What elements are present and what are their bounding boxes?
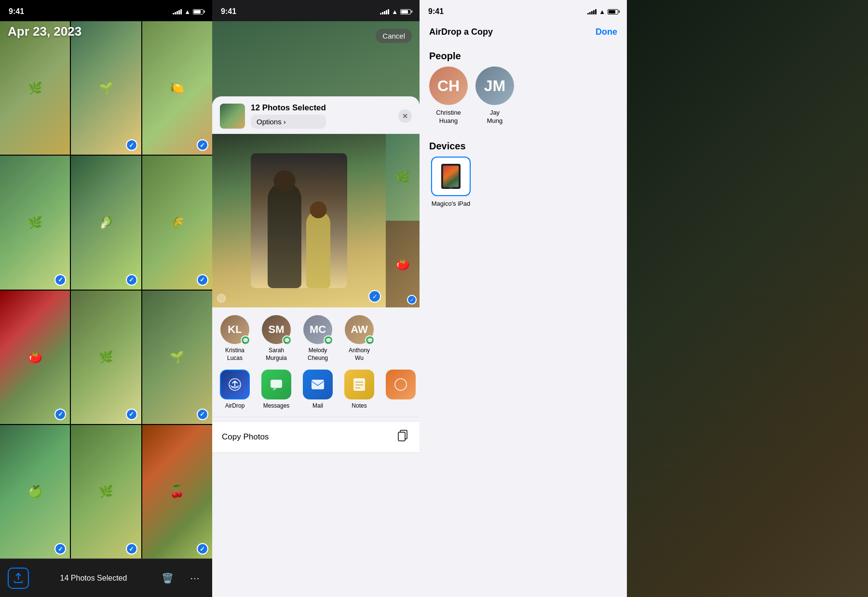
copy-icon — [397, 429, 410, 445]
preview-side-top: 🌿 — [386, 134, 420, 221]
more-button[interactable]: ⋯ — [185, 569, 204, 588]
contact-avatar-anthony: AW 💬 — [345, 315, 374, 344]
status-icons-3: ▲ — [587, 8, 618, 15]
grid-cell-9[interactable]: 🌱 ✓ — [142, 291, 212, 424]
check-badge-12: ✓ — [197, 543, 208, 555]
share-sheet: 12 Photos Selected Options › ✕ — [212, 96, 420, 597]
grid-cell-7[interactable]: 🍅 ✓ — [0, 291, 70, 424]
status-bar-1: 9:41 ▲ — [0, 0, 212, 21]
battery-icon-3 — [608, 9, 618, 14]
contact-melody[interactable]: MC 💬 MelodyCheung — [301, 315, 335, 362]
check-badge-8: ✓ — [126, 409, 137, 420]
share-header: 12 Photos Selected Options › ✕ — [212, 96, 420, 134]
check-badge-6: ✓ — [197, 274, 208, 286]
person-jay[interactable]: JM JayMung — [475, 66, 514, 125]
grid-cell-6[interactable]: 🌾 ✓ — [142, 156, 212, 289]
contact-sarah[interactable]: SM 💬 SarahMurguia — [259, 315, 293, 362]
signal-icon-2 — [380, 9, 389, 14]
contact-name-sarah: SarahMurguia — [266, 347, 286, 362]
device-name-ipad: Magico's iPad — [432, 200, 471, 208]
battery-icon-1 — [193, 9, 203, 14]
contact-kristina[interactable]: KL 💬 KristinaLucas — [218, 315, 252, 362]
grid-cell-12[interactable]: 🍒 ✓ — [142, 425, 212, 558]
check-badge-5: ✓ — [126, 274, 137, 286]
panel-spacer — [627, 0, 868, 597]
mail-label: Mail — [312, 402, 323, 409]
preview-checkmark: ✓ — [368, 290, 381, 303]
share-button[interactable] — [8, 568, 29, 589]
share-header-info: 12 Photos Selected Options › — [251, 103, 326, 129]
message-badge-anthony: 💬 — [365, 335, 375, 345]
check-badge-11: ✓ — [126, 543, 137, 555]
app-airdrop[interactable]: AirDrop — [218, 370, 252, 409]
contact-anthony[interactable]: AW 💬 AnthonyWu — [342, 315, 376, 362]
message-badge-kristina: 💬 — [241, 335, 250, 345]
close-button[interactable]: ✕ — [398, 109, 412, 123]
app-more[interactable] — [384, 370, 418, 409]
people-grid: CH ChristineHuang JM JayMung — [420, 66, 627, 133]
contact-name-anthony: AnthonyWu — [349, 347, 370, 362]
notes-label: Notes — [352, 402, 366, 409]
grid-cell-8[interactable]: 🌿 ✓ — [71, 291, 141, 424]
done-button[interactable]: Done — [596, 27, 617, 37]
svg-rect-9 — [398, 432, 405, 441]
device-ipad[interactable]: Magico's iPad — [429, 157, 473, 208]
contacts-row: KL 💬 KristinaLucas SM 💬 SarahMurguia MC … — [212, 307, 420, 366]
signal-icon-1 — [173, 9, 182, 14]
preview-main-photo: ✓ — [212, 134, 386, 307]
copy-photos-row[interactable]: Copy Photos — [212, 421, 420, 453]
check-badge-7: ✓ — [54, 409, 66, 420]
airdrop-label: AirDrop — [225, 402, 245, 409]
app-messages[interactable]: Messages — [259, 370, 293, 409]
share-title: 12 Photos Selected — [251, 103, 326, 113]
app-mail[interactable]: Mail — [301, 370, 335, 409]
contact-avatar-sarah: SM 💬 — [262, 315, 291, 344]
cancel-button[interactable]: Cancel — [376, 29, 412, 43]
svg-rect-2 — [312, 380, 324, 389]
copy-label: Copy Photos — [222, 432, 269, 442]
check-badge-4: ✓ — [54, 274, 66, 286]
share-preview: ✓ 🌿 🍅 ✓ — [212, 134, 420, 307]
person-name-christine: ChristineHuang — [436, 109, 461, 125]
share-thumbnail — [220, 104, 245, 129]
options-button[interactable]: Options › — [251, 115, 326, 129]
person-avatar-christine: CH — [429, 66, 468, 105]
mail-app-icon — [303, 370, 333, 399]
device-icon-ipad — [431, 157, 471, 196]
person-name-jay: JayMung — [487, 109, 503, 125]
panel-share: 9:41 ▲ Cancel 12 Photos Selected — [212, 0, 420, 597]
svg-rect-3 — [353, 378, 365, 391]
options-chevron: › — [284, 118, 286, 126]
grid-cell-5[interactable]: 🥬 ✓ — [71, 156, 141, 289]
airdrop-app-icon — [220, 370, 250, 399]
delete-button[interactable]: 🗑️ — [158, 569, 177, 588]
photos-date: Apr 23, 2023 — [8, 24, 81, 39]
person-christine[interactable]: CH ChristineHuang — [429, 66, 468, 125]
check-badge-2: ✓ — [126, 139, 137, 151]
photos-count: 14 Photos Selected — [60, 574, 127, 583]
preview-side-photos: 🌿 🍅 ✓ — [386, 134, 420, 307]
photos-toolbar: 14 Photos Selected 🗑️ ⋯ — [0, 558, 212, 597]
svg-rect-13 — [443, 166, 459, 187]
photos-grid: 🌿 🌱 ✓ 🍋 ✓ 🌿 ✓ 🥬 ✓ 🌾 ✓ 🍅 ✓ 🌿 ✓ — [0, 21, 212, 558]
panel-photos: 9:41 ▲ Apr 23, 2023 🌿 🌱 ✓ 🍋 — [0, 0, 212, 597]
contact-avatar-melody: MC 💬 — [303, 315, 332, 344]
devices-section-title: Devices — [420, 133, 627, 157]
status-icons-1: ▲ — [173, 8, 203, 15]
more-app-icon — [386, 370, 416, 399]
app-notes[interactable]: Notes — [342, 370, 376, 409]
grid-cell-2[interactable]: 🌱 ✓ — [71, 21, 141, 155]
battery-icon-2 — [400, 9, 411, 14]
grid-cell-3[interactable]: 🍋 ✓ — [142, 21, 212, 155]
signal-icon-3 — [587, 9, 597, 14]
grid-cell-1[interactable]: 🌿 — [0, 21, 70, 155]
preview-side-bottom: 🍅 ✓ — [386, 221, 420, 307]
grid-cell-10[interactable]: 🍏 ✓ — [0, 425, 70, 558]
status-time-2: 9:41 — [221, 7, 236, 16]
check-badge-9: ✓ — [197, 409, 208, 420]
contact-avatar-kristina: KL 💬 — [220, 315, 249, 344]
grid-cell-11[interactable]: 🌿 ✓ — [71, 425, 141, 558]
wifi-icon-3: ▲ — [599, 8, 605, 15]
grid-cell-4[interactable]: 🌿 ✓ — [0, 156, 70, 289]
preview-dot — [217, 294, 226, 303]
